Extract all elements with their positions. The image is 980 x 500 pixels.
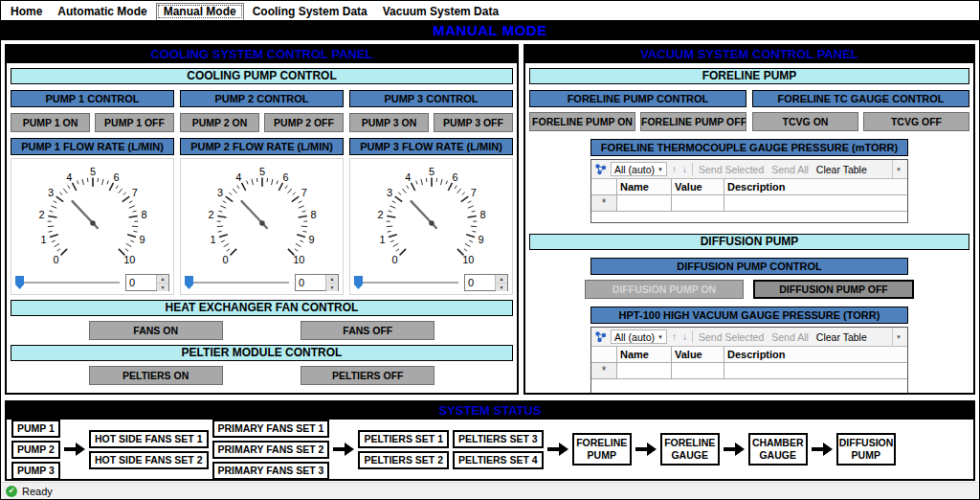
- send-selected-button[interactable]: Send Selected: [697, 164, 766, 175]
- spinner-value[interactable]: 0: [296, 275, 325, 290]
- cell-description[interactable]: [724, 363, 907, 378]
- send-all-button[interactable]: Send All: [769, 164, 811, 175]
- svg-text:5: 5: [258, 166, 264, 177]
- pump2-off-button[interactable]: PUMP 2 OFF: [264, 113, 344, 132]
- spinner-down-icon[interactable]: ▼: [326, 284, 338, 291]
- cell-description[interactable]: [724, 195, 907, 211]
- pump2-flow-slider[interactable]: [185, 276, 289, 289]
- toolbar-overflow-icon[interactable]: ▼: [892, 160, 904, 178]
- tab-home[interactable]: Home: [4, 4, 49, 20]
- move-down-icon[interactable]: ↓: [681, 164, 688, 174]
- tab-vacuum-system-data[interactable]: Vacuum System Data: [376, 4, 505, 20]
- spinner-value[interactable]: 0: [465, 275, 495, 290]
- peltiers-off-button[interactable]: PELTIERS OFF: [301, 366, 434, 385]
- status-primary-fans-1: PRIMARY FANS SET 1: [212, 420, 330, 438]
- spinner-up-icon[interactable]: ▲: [496, 275, 507, 284]
- status-hot-side-fans-1: HOT SIDE FANS SET 1: [89, 430, 209, 448]
- status-peltiers-4: PELTIERS SET 4: [453, 451, 544, 469]
- send-all-button[interactable]: Send All: [769, 331, 811, 343]
- diffusion-buttons-row: DIFFUSION PUMP ON DIFFUSION PUMP OFF: [585, 280, 914, 299]
- ready-status-icon: ✔: [6, 486, 17, 497]
- fans-off-button[interactable]: FANS OFF: [301, 321, 434, 340]
- move-up-icon[interactable]: ↑: [671, 164, 678, 174]
- status-hot-side-fans-2: HOT SIDE FANS SET 2: [89, 451, 209, 469]
- cell-value[interactable]: [672, 363, 724, 378]
- peltiers-right-column: PELTIERS SET 3 PELTIERS SET 4: [453, 430, 544, 469]
- tab-cooling-system-data[interactable]: Cooling System Data: [246, 4, 374, 20]
- slider-track: [185, 282, 289, 284]
- pump1-flow-slider[interactable]: [15, 276, 120, 289]
- foreline-controls-row: FORELINE PUMP CONTROL FORELINE PUMP ON F…: [529, 90, 969, 131]
- move-up-icon[interactable]: ↑: [671, 331, 678, 342]
- pump1-on-button[interactable]: PUMP 1 ON: [11, 113, 90, 132]
- pump1-flow-setpoint[interactable]: 0 ▲ ▼: [125, 274, 169, 291]
- fan-buttons-row: FANS ON FANS OFF: [11, 321, 513, 340]
- diffusion-pump-off-button[interactable]: DIFFUSION PUMP OFF: [753, 280, 914, 299]
- channels-icon[interactable]: [594, 163, 607, 175]
- svg-text:6: 6: [282, 171, 288, 183]
- chevron-down-icon: ▼: [657, 167, 663, 172]
- send-selected-button[interactable]: Send Selected: [697, 331, 766, 343]
- spinner-down-icon[interactable]: ▼: [157, 284, 168, 291]
- new-row-marker[interactable]: *: [591, 363, 617, 378]
- pump2-flow-setpoint[interactable]: 0 ▲ ▼: [295, 274, 339, 291]
- diffusion-pump-control-header: DIFFUSION PUMP CONTROL: [590, 258, 908, 275]
- flow-arrow: [724, 443, 745, 456]
- clear-table-button[interactable]: Clear Table: [814, 164, 869, 175]
- flow-rate-header-row: PUMP 1 FLOW RATE (L/MIN) PUMP 2 FLOW RAT…: [11, 138, 513, 155]
- new-row-marker[interactable]: *: [591, 195, 617, 211]
- pump3-off-button[interactable]: PUMP 3 OFF: [434, 113, 513, 132]
- slider-thumb[interactable]: [15, 276, 24, 289]
- column-header-description: Description: [724, 347, 907, 362]
- peltiers-on-button[interactable]: PELTIERS ON: [89, 366, 223, 385]
- tab-manual-mode[interactable]: Manual Mode: [156, 3, 244, 20]
- flow-arrow: [812, 443, 833, 456]
- hv-table-toolbar: All (auto) ▼ ↑ ↓ Send Selected Send All …: [591, 328, 907, 347]
- foreline-pump-off-button[interactable]: FORELINE PUMP OFF: [640, 112, 746, 131]
- pump-onoff-row: PUMP 1 ON PUMP 1 OFF PUMP 2 ON PUMP 2 OF…: [11, 113, 513, 132]
- cooling-panel-title: COOLING SYSTEM CONTROL PANEL: [7, 46, 517, 63]
- flow-arrow: [333, 443, 354, 456]
- diffusion-pump-on-button[interactable]: DIFFUSION PUMP ON: [585, 280, 744, 299]
- main-area: COOLING SYSTEM CONTROL PANEL COOLING PUM…: [1, 40, 979, 397]
- move-down-icon[interactable]: ↓: [681, 331, 688, 342]
- svg-text:8: 8: [310, 209, 316, 220]
- spinner-value[interactable]: 0: [126, 275, 156, 290]
- cell-name[interactable]: [617, 363, 672, 378]
- channel-filter-dropdown[interactable]: All (auto) ▼: [611, 330, 667, 344]
- pump1-off-button[interactable]: PUMP 1 OFF: [95, 113, 174, 132]
- svg-text:2: 2: [38, 209, 44, 220]
- tcvg-off-button[interactable]: TCVG OFF: [863, 112, 969, 131]
- tcvg-on-button[interactable]: TCVG ON: [752, 112, 858, 131]
- spinner-buttons: ▲ ▼: [325, 275, 338, 290]
- toolbar-overflow-icon[interactable]: ▼: [892, 328, 904, 346]
- slider-thumb[interactable]: [354, 276, 363, 289]
- foreline-pump-control-header: FORELINE PUMP CONTROL: [529, 90, 746, 107]
- clear-table-button[interactable]: Clear Table: [814, 331, 869, 343]
- pump1-control-header: PUMP 1 CONTROL: [11, 90, 174, 107]
- tab-automatic-mode[interactable]: Automatic Mode: [51, 4, 153, 20]
- svg-text:9: 9: [308, 234, 314, 245]
- channels-icon[interactable]: [594, 330, 607, 343]
- svg-text:8: 8: [479, 209, 485, 220]
- svg-text:4: 4: [235, 171, 241, 183]
- foreline-pump-on-button[interactable]: FORELINE PUMP ON: [529, 112, 635, 131]
- pump3-flow-slider[interactable]: [354, 276, 458, 289]
- pump1-flow-gauge: 012345678910 0 ▲ ▼: [11, 158, 174, 295]
- pump3-on-button[interactable]: PUMP 3 ON: [349, 113, 429, 132]
- svg-text:4: 4: [66, 171, 72, 183]
- cell-name[interactable]: [617, 195, 672, 211]
- mode-banner: MANUAL MODE: [1, 20, 979, 40]
- channel-filter-dropdown[interactable]: All (auto) ▼: [611, 162, 667, 176]
- column-header-name: Name: [617, 347, 672, 362]
- spinner-down-icon[interactable]: ▼: [496, 284, 507, 291]
- hv-pressure-header: HPT-100 HIGH VACUUM GAUGE PRESSURE (TORR…: [590, 307, 908, 324]
- cell-value[interactable]: [672, 195, 724, 211]
- slider-thumb[interactable]: [185, 276, 193, 289]
- spinner-up-icon[interactable]: ▲: [326, 275, 338, 284]
- pump2-on-button[interactable]: PUMP 2 ON: [180, 113, 259, 132]
- pump3-flow-setpoint[interactable]: 0 ▲ ▼: [464, 274, 508, 291]
- fans-on-button[interactable]: FANS ON: [89, 321, 223, 340]
- pump-control-header-row: PUMP 1 CONTROL PUMP 2 CONTROL PUMP 3 CON…: [11, 90, 513, 107]
- spinner-up-icon[interactable]: ▲: [157, 275, 168, 284]
